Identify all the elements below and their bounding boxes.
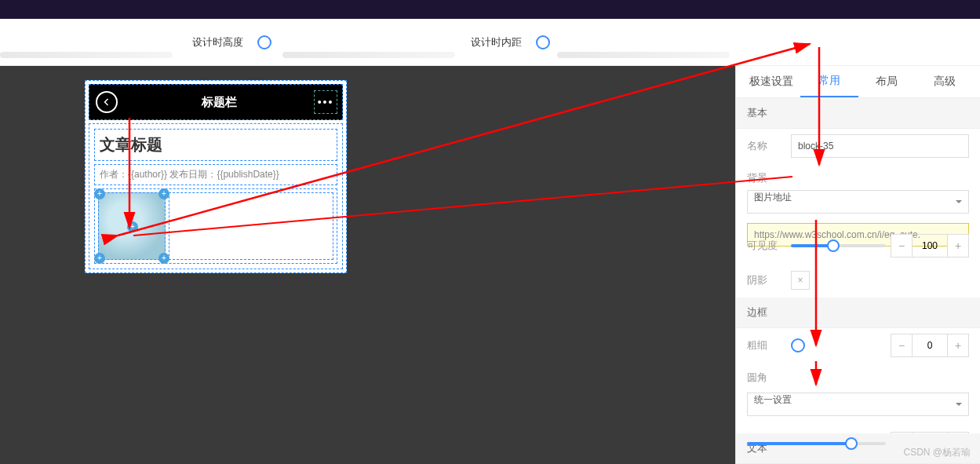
panel-tabs: 极速设置 常用 布局 高级: [736, 66, 980, 98]
visibility-value: 100: [912, 235, 948, 257]
design-height-label: 设计时高度: [192, 35, 243, 49]
radius-slider[interactable]: [747, 442, 886, 445]
add-handle-icon[interactable]: +: [94, 188, 105, 199]
shadow-label: 阴影: [747, 273, 791, 287]
watermark: CSDN @杨若瑜: [903, 446, 971, 459]
design-height-handle[interactable]: [257, 35, 271, 49]
properties-panel: 极速设置 常用 布局 高级 基本 名称 背景 图片地址 可见度: [735, 66, 980, 464]
radius-label: 圆角: [747, 371, 791, 385]
article-meta-block[interactable]: 作者：{{author}} 发布日期：{{publishDate}}: [94, 164, 337, 185]
add-handle-icon[interactable]: +: [158, 253, 169, 264]
visibility-stepper[interactable]: − 100 +: [891, 234, 969, 258]
design-toolbar: 设计时高度 设计时内距: [0, 19, 980, 66]
visibility-label: 可见度: [747, 239, 791, 253]
design-padding-handle[interactable]: [536, 35, 550, 49]
section-basic: 基本: [736, 98, 980, 129]
tab-layout[interactable]: 布局: [858, 67, 916, 97]
navbar-title: 标题栏: [124, 95, 314, 110]
toolbar-segment: [557, 52, 730, 58]
tab-advanced[interactable]: 高级: [916, 67, 974, 97]
content-block[interactable]: 文章标题 作者：{{author}} 发布日期：{{publishDate}} …: [89, 123, 343, 269]
plus-button[interactable]: +: [948, 334, 968, 356]
tab-common[interactable]: 常用: [800, 66, 858, 97]
prop-visibility: 可见度 − 100 +: [736, 228, 980, 263]
article-title-block[interactable]: 文章标题: [94, 129, 337, 161]
tab-quick[interactable]: 极速设置: [742, 67, 800, 97]
article-title: 文章标题: [100, 134, 332, 155]
design-padding-label: 设计时内距: [471, 35, 522, 49]
prop-thickness: 粗细 − 0 +: [736, 328, 980, 363]
image-row[interactable]: + + + + +: [94, 188, 337, 264]
design-canvas[interactable]: 标题栏 ••• 文章标题 作者：{{author}} 发布日期：{{publis…: [0, 66, 735, 464]
add-handle-icon[interactable]: +: [94, 253, 105, 264]
section-border: 边框: [736, 298, 980, 328]
app-topbar: [0, 0, 980, 19]
thickness-value: 0: [912, 334, 948, 356]
plus-button[interactable]: +: [948, 235, 968, 257]
name-label: 名称: [747, 139, 791, 153]
add-handle-icon[interactable]: +: [127, 221, 138, 232]
menu-icon[interactable]: •••: [314, 90, 337, 114]
minus-button[interactable]: −: [891, 235, 912, 257]
article-meta-text: 作者：{{author}} 发布日期：{{publishDate}}: [100, 169, 279, 180]
back-icon[interactable]: [96, 91, 118, 113]
prop-radius: 圆角 统一设置 − 100 +: [736, 363, 980, 433]
thickness-handle[interactable]: [791, 338, 805, 353]
prop-shadow: 阴影 ×: [736, 263, 980, 298]
device-frame[interactable]: 标题栏 ••• 文章标题 作者：{{author}} 发布日期：{{publis…: [85, 80, 347, 273]
radius-mode-select[interactable]: 统一设置: [747, 393, 969, 416]
bg-type-select[interactable]: 图片地址: [747, 190, 969, 214]
prop-background: 背景 图片地址: [736, 163, 980, 228]
prop-name: 名称: [736, 129, 980, 163]
shadow-clear-button[interactable]: ×: [791, 271, 810, 290]
empty-block[interactable]: [169, 192, 333, 260]
name-input[interactable]: [791, 134, 969, 158]
add-handle-icon[interactable]: +: [158, 188, 169, 199]
thickness-stepper[interactable]: − 0 +: [891, 334, 969, 357]
visibility-slider[interactable]: [791, 244, 886, 247]
minus-button[interactable]: −: [891, 334, 912, 356]
toolbar-segment: [282, 52, 455, 58]
thickness-label: 粗细: [747, 338, 791, 353]
bg-label: 背景: [747, 171, 791, 185]
toolbar-segment: [0, 52, 173, 58]
preview-navbar[interactable]: 标题栏 •••: [89, 84, 343, 120]
selected-image-block[interactable]: + + + + +: [98, 192, 166, 260]
